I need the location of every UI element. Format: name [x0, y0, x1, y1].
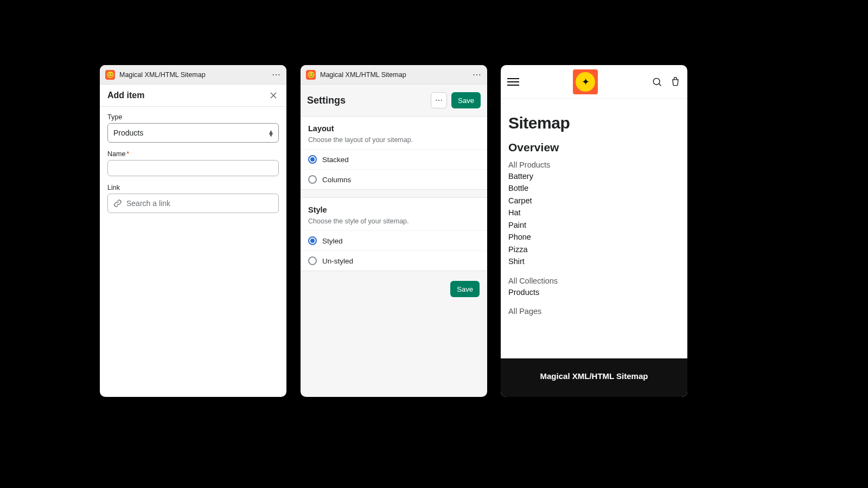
overview-heading: Overview — [508, 141, 680, 154]
layout-card: Layout Choose the layout of your sitemap… — [301, 116, 487, 190]
add-item-panel: 😊 Magical XML/HTML Sitemap ⋯ Add item Ty… — [100, 65, 286, 397]
radio-icon — [308, 236, 317, 245]
app-logo-icon: 😊 — [306, 70, 316, 80]
page-title: Sitemap — [508, 114, 680, 132]
cart-icon[interactable] — [670, 76, 681, 87]
link-input[interactable] — [126, 199, 273, 208]
app-bar: 😊 Magical XML/HTML Sitemap ⋯ — [100, 65, 286, 85]
style-card: Style Choose the style of your sitemap. … — [301, 197, 487, 271]
sitemap-link[interactable]: Phone — [508, 231, 680, 243]
more-icon[interactable]: ⋯ — [473, 70, 482, 79]
app-title: Magical XML/HTML Sitemap — [119, 71, 267, 79]
style-option-styled[interactable]: Styled — [301, 230, 487, 251]
chevron-updown-icon: ▴▾ — [269, 130, 273, 136]
layout-desc: Choose the layout of your sitemap. — [308, 136, 480, 144]
radio-icon — [308, 256, 317, 265]
sitemap-link[interactable]: Pizza — [508, 243, 680, 255]
settings-panel: 😊 Magical XML/HTML Sitemap ⋯ Settings ⋯ … — [301, 65, 487, 397]
name-label: Name* — [107, 150, 279, 158]
save-button[interactable]: Save — [451, 92, 481, 108]
smiley-icon: ✦ — [576, 72, 595, 92]
type-select[interactable]: Products ▴▾ — [107, 123, 279, 143]
layout-option-columns[interactable]: Columns — [301, 169, 487, 189]
close-icon — [269, 91, 278, 100]
store-body: Sitemap Overview All Products BatteryBot… — [501, 99, 687, 358]
settings-heading: Settings — [307, 95, 426, 106]
menu-icon[interactable] — [507, 76, 519, 88]
layout-title: Layout — [308, 124, 480, 133]
style-option-unstyled[interactable]: Un-styled — [301, 251, 487, 271]
link-label: Link — [107, 184, 279, 191]
sitemap-link[interactable]: Paint — [508, 219, 680, 231]
store-footer: Magical XML/HTML Sitemap — [501, 358, 687, 397]
logo-wrap: ✦ — [524, 69, 647, 94]
type-label: Type — [107, 113, 279, 121]
sitemap-link[interactable]: Battery — [508, 170, 680, 182]
search-icon[interactable] — [652, 76, 662, 87]
link-input-wrap[interactable] — [107, 194, 279, 213]
radio-icon — [308, 155, 317, 164]
layout-option-stacked[interactable]: Stacked — [301, 149, 487, 169]
collections-head[interactable]: All Collections — [508, 277, 680, 285]
close-button[interactable] — [268, 90, 279, 101]
panel-heading: Add item — [107, 91, 144, 100]
products-head[interactable]: All Products — [508, 160, 680, 169]
pages-group: All Pages — [508, 307, 680, 316]
radio-icon — [308, 175, 317, 184]
save-button-footer[interactable]: Save — [450, 281, 480, 297]
sitemap-link[interactable]: Shirt — [508, 255, 680, 267]
save-footer: Save — [301, 279, 487, 299]
products-group: All Products BatteryBottleCarpetHatPaint… — [508, 160, 680, 268]
storefront-panel: ✦ Sitemap Overview All Products BatteryB… — [501, 65, 687, 397]
sitemap-link[interactable]: Carpet — [508, 195, 680, 207]
app-bar: 😊 Magical XML/HTML Sitemap ⋯ — [301, 65, 487, 85]
section-header: Add item — [100, 85, 286, 107]
store-header: ✦ — [501, 65, 687, 99]
settings-header: Settings ⋯ Save — [301, 85, 487, 116]
more-icon[interactable]: ⋯ — [272, 70, 281, 79]
app-logo-icon: 😊 — [105, 70, 115, 80]
more-actions-button[interactable]: ⋯ — [431, 92, 447, 108]
pages-head[interactable]: All Pages — [508, 307, 680, 316]
sitemap-link[interactable]: Hat — [508, 207, 680, 219]
name-input[interactable] — [107, 160, 279, 176]
collections-group: All Collections Products — [508, 277, 680, 298]
app-title: Magical XML/HTML Sitemap — [320, 71, 468, 79]
svg-point-0 — [653, 78, 660, 85]
style-desc: Choose the style of your sitemap. — [308, 217, 480, 225]
style-title: Style — [308, 206, 480, 214]
sitemap-link[interactable]: Bottle — [508, 182, 680, 194]
type-value: Products — [113, 129, 269, 137]
sitemap-link[interactable]: Products — [508, 286, 680, 298]
form-body: Type Products ▴▾ Name* Link — [100, 107, 286, 220]
link-icon — [113, 199, 122, 208]
store-logo[interactable]: ✦ — [573, 69, 598, 94]
